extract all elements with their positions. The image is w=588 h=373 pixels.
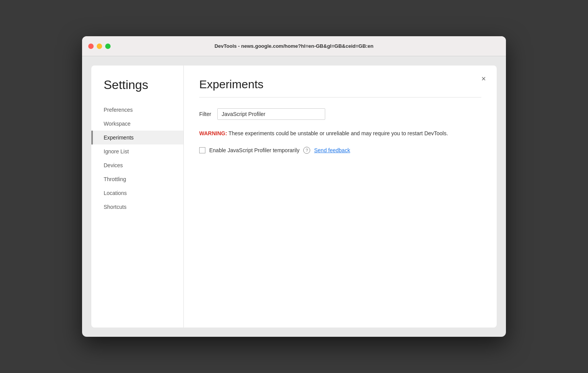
help-icon[interactable]: ? xyxy=(303,147,310,154)
settings-heading: Settings xyxy=(91,78,183,103)
close-dialog-button[interactable]: × xyxy=(478,73,489,84)
sidebar-item-preferences[interactable]: Preferences xyxy=(91,103,183,117)
window-title: DevTools - news.google.com/home?hl=en-GB… xyxy=(215,43,374,49)
filter-input[interactable] xyxy=(217,108,325,120)
main-content: × Experiments Filter WARNING: These expe… xyxy=(184,66,497,328)
sidebar-item-workspace[interactable]: Workspace xyxy=(91,117,183,131)
experiment-label-js-profiler: Enable JavaScript Profiler temporarily xyxy=(209,147,299,153)
sidebar-item-devices[interactable]: Devices xyxy=(91,158,183,172)
browser-window: DevTools - news.google.com/home?hl=en-GB… xyxy=(82,36,506,337)
warning-label: WARNING: xyxy=(199,130,227,136)
close-window-button[interactable] xyxy=(88,44,94,49)
sidebar-item-ignore-list[interactable]: Ignore List xyxy=(91,144,183,158)
send-feedback-link[interactable]: Send feedback xyxy=(314,147,350,153)
page-title: Experiments xyxy=(199,78,481,91)
filter-row: Filter xyxy=(199,108,481,120)
warning-box: WARNING: These experiments could be unst… xyxy=(199,129,481,138)
sidebar-item-throttling[interactable]: Throttling xyxy=(91,172,183,186)
maximize-window-button[interactable] xyxy=(105,44,111,49)
experiment-checkbox-js-profiler[interactable] xyxy=(199,147,205,153)
filter-label: Filter xyxy=(199,111,211,117)
warning-text: WARNING: These experiments could be unst… xyxy=(199,129,481,138)
settings-sidebar: Settings Preferences Workspace Experimen… xyxy=(91,66,184,328)
experiment-item-js-profiler: Enable JavaScript Profiler temporarily ?… xyxy=(199,147,481,154)
settings-dialog: Settings Preferences Workspace Experimen… xyxy=(91,66,497,328)
title-divider xyxy=(199,97,481,97)
sidebar-item-locations[interactable]: Locations xyxy=(91,186,183,200)
warning-body: These experiments could be unstable or u… xyxy=(227,130,448,136)
minimize-window-button[interactable] xyxy=(97,44,102,49)
sidebar-item-experiments[interactable]: Experiments xyxy=(91,131,183,144)
traffic-lights xyxy=(88,44,111,49)
sidebar-item-shortcuts[interactable]: Shortcuts xyxy=(91,200,183,214)
title-bar: DevTools - news.google.com/home?hl=en-GB… xyxy=(82,36,506,56)
